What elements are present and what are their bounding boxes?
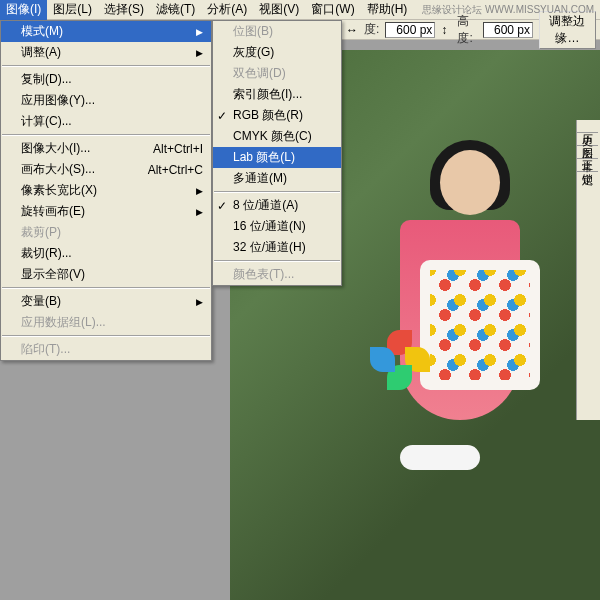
menu-item-label: 旋转画布(E) [21,203,85,220]
width-input[interactable] [385,22,435,38]
menu-item[interactable]: 32 位/通道(H) [213,237,341,258]
menubar-item[interactable]: 图层(L) [47,0,98,20]
menubar-item[interactable]: 滤镜(T) [150,0,201,20]
menu-item[interactable]: ✓RGB 颜色(R) [213,105,341,126]
menu-item-label: 颜色表(T)... [233,266,294,283]
chevron-right-icon: ▶ [196,48,203,58]
watermark-text: 思缘设计论坛 WWW.MISSYUAN.COM [422,3,594,17]
right-panel-dock: 历史图层正常锁定 [576,120,600,420]
menu-item-label: CMYK 颜色(C) [233,128,312,145]
menu-item[interactable]: 应用图像(Y)... [1,90,211,111]
menu-separator [2,335,210,337]
menu-item-label: Lab 颜色(L) [233,149,295,166]
width-label: 度: [364,21,379,38]
menu-item[interactable]: 灰度(G) [213,42,341,63]
menu-item-label: 变量(B) [21,293,61,310]
menu-item-label: 像素长宽比(X) [21,182,97,199]
chevron-right-icon: ▶ [196,27,203,37]
menu-item[interactable]: 变量(B)▶ [1,291,211,312]
menu-item[interactable]: 图像大小(I)...Alt+Ctrl+I [1,138,211,159]
menubar-item[interactable]: 选择(S) [98,0,150,20]
panel-tab[interactable]: 锁定 [577,159,598,172]
menu-item-label: 灰度(G) [233,44,274,61]
menubar-item[interactable]: 分析(A) [201,0,253,20]
menu-item[interactable]: 裁切(R)... [1,243,211,264]
menu-item-label: 应用图像(Y)... [21,92,95,109]
menu-item: 位图(B) [213,21,341,42]
menu-separator [2,134,210,136]
menu-separator [214,191,340,193]
menu-item-shortcut: Alt+Ctrl+I [153,142,203,156]
menu-item-label: 调整(A) [21,44,61,61]
menu-item[interactable]: CMYK 颜色(C) [213,126,341,147]
menu-item[interactable]: 计算(C)... [1,111,211,132]
menubar-item[interactable]: 图像(I) [0,0,47,20]
menu-item: 颜色表(T)... [213,264,341,285]
menu-item-label: 画布大小(S)... [21,161,95,178]
menu-separator [214,260,340,262]
menu-item-label: 图像大小(I)... [21,140,90,157]
menu-item-label: 复制(D)... [21,71,72,88]
menu-item[interactable]: 16 位/通道(N) [213,216,341,237]
menu-item-label: 应用数据组(L)... [21,314,106,331]
menu-item-label: 双色调(D) [233,65,286,82]
menu-item: 陷印(T)... [1,339,211,360]
menu-item: 裁剪(P) [1,222,211,243]
height-arrow-icon [441,23,451,37]
menu-item-label: 裁切(R)... [21,245,72,262]
height-input[interactable] [483,22,533,38]
menu-separator [2,65,210,67]
menu-item-label: 8 位/通道(A) [233,197,298,214]
menu-item: 双色调(D) [213,63,341,84]
menu-item[interactable]: 模式(M)▶ [1,21,211,42]
menu-item-label: 陷印(T)... [21,341,70,358]
menu-item[interactable]: Lab 颜色(L) [213,147,341,168]
menu-item[interactable]: ✓8 位/通道(A) [213,195,341,216]
height-label: 高度: [457,13,477,47]
menu-item-label: 32 位/通道(H) [233,239,306,256]
menu-item-label: 模式(M) [21,23,63,40]
checkmark-icon: ✓ [217,199,227,213]
chevron-right-icon: ▶ [196,297,203,307]
menu-item-label: 16 位/通道(N) [233,218,306,235]
panel-tab[interactable]: 正常 [577,146,598,159]
menu-item[interactable]: 多通道(M) [213,168,341,189]
panel-tab[interactable]: 历史 [577,120,598,133]
menu-item-label: 索引颜色(I)... [233,86,302,103]
image-menu-dropdown: 模式(M)▶调整(A)▶复制(D)...应用图像(Y)...计算(C)...图像… [0,20,212,361]
menu-item: 应用数据组(L)... [1,312,211,333]
menubar-item[interactable]: 窗口(W) [305,0,360,20]
menubar-item[interactable]: 视图(V) [253,0,305,20]
menu-item-label: 位图(B) [233,23,273,40]
menu-item[interactable]: 调整(A)▶ [1,42,211,63]
menu-item[interactable]: 旋转画布(E)▶ [1,201,211,222]
chevron-right-icon: ▶ [196,207,203,217]
chevron-right-icon: ▶ [196,186,203,196]
menubar-item[interactable]: 帮助(H) [361,0,414,20]
menu-item-label: 计算(C)... [21,113,72,130]
menu-item-label: 裁剪(P) [21,224,61,241]
menu-item[interactable]: 索引颜色(I)... [213,84,341,105]
panel-tab[interactable]: 图层 [577,133,598,146]
mode-submenu-dropdown: 位图(B)灰度(G)双色调(D)索引颜色(I)...✓RGB 颜色(R)CMYK… [212,20,342,286]
menu-item-label: 显示全部(V) [21,266,85,283]
menu-item-label: RGB 颜色(R) [233,107,303,124]
menu-item-shortcut: Alt+Ctrl+C [148,163,203,177]
menu-item[interactable]: 显示全部(V) [1,264,211,285]
menu-item[interactable]: 复制(D)... [1,69,211,90]
menu-separator [2,287,210,289]
checkmark-icon: ✓ [217,109,227,123]
menu-item[interactable]: 像素长宽比(X)▶ [1,180,211,201]
menu-item-label: 多通道(M) [233,170,287,187]
photo-subject [360,150,540,500]
options-toolbar: 度: 高度: 调整边缘… [342,20,600,40]
width-arrow-icon [346,23,358,37]
menu-item[interactable]: 画布大小(S)...Alt+Ctrl+C [1,159,211,180]
